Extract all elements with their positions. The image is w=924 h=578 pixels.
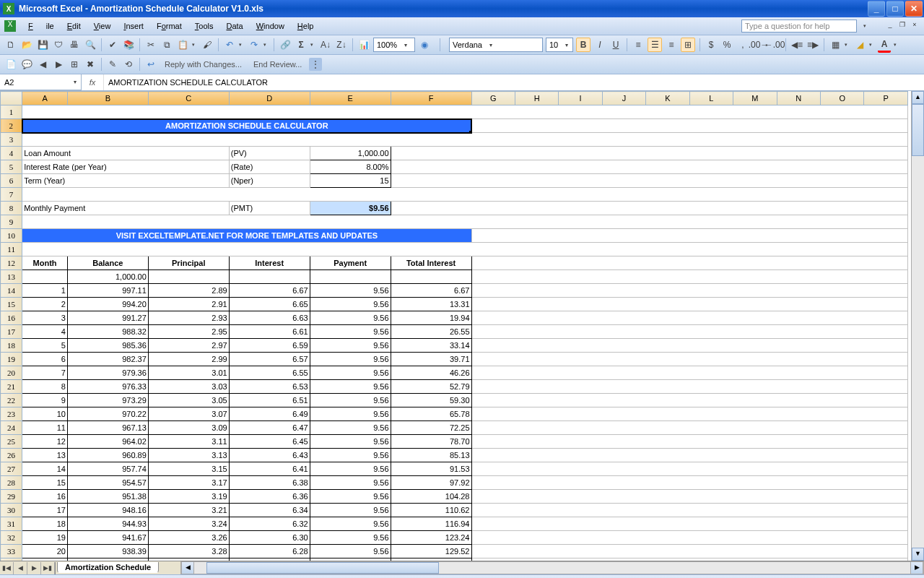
bold-icon[interactable]: B (576, 38, 590, 52)
font-color-icon[interactable]: A (878, 38, 891, 53)
fx-icon[interactable]: fx (82, 74, 104, 90)
select-all-corner[interactable] (1, 92, 22, 105)
tab-first-icon[interactable]: ▮◀ (0, 562, 14, 574)
cell[interactable]: 9.56 (310, 380, 391, 394)
reply-icon[interactable]: ↩ (144, 58, 157, 71)
cell[interactable]: 3 (22, 311, 68, 325)
cell[interactable]: 6.45 (229, 435, 310, 449)
chart-wizard-icon[interactable]: 📊 (357, 38, 370, 51)
print-icon[interactable]: 🖶 (68, 38, 81, 51)
cell[interactable]: 33.14 (391, 339, 471, 353)
delete-comment-icon[interactable]: ✖ (84, 58, 97, 71)
cell[interactable]: Loan Amount (22, 147, 230, 160)
cell[interactable]: 3.13 (148, 449, 229, 462)
col-header[interactable]: F (391, 92, 471, 105)
cell[interactable]: 104.28 (391, 490, 471, 504)
next-comment-icon[interactable]: ▶ (52, 58, 65, 71)
cell[interactable]: 2.93 (148, 311, 229, 325)
row-header[interactable]: 15 (1, 298, 22, 311)
monthly-payment-cell[interactable]: $9.56 (310, 202, 391, 215)
cell[interactable]: 9.56 (310, 462, 391, 476)
menu-data[interactable]: Data (219, 20, 249, 33)
cell[interactable]: 9.56 (310, 366, 391, 380)
row-header[interactable]: 29 (1, 490, 22, 504)
paste-icon[interactable]: 📋 (176, 38, 189, 51)
cell[interactable]: 7 (22, 366, 68, 380)
cell[interactable]: 72.25 (391, 421, 471, 435)
cell[interactable]: 938.39 (67, 545, 148, 558)
col-header[interactable]: P (864, 92, 908, 105)
name-box[interactable]: A2 (0, 74, 82, 90)
copy-icon[interactable]: ⧉ (160, 38, 173, 51)
font-name-combo[interactable]: Verdana (449, 38, 543, 52)
cell[interactable]: 3.03 (148, 380, 229, 394)
borders-icon[interactable]: ▦ (829, 38, 842, 51)
menu-insert[interactable]: Insert (117, 20, 150, 33)
cell[interactable]: 9.56 (310, 325, 391, 339)
cell[interactable]: 3.15 (148, 462, 229, 476)
cell[interactable]: 3.05 (148, 394, 229, 407)
cell[interactable]: 951.38 (67, 490, 148, 504)
cell[interactable]: 3.07 (148, 407, 229, 421)
cell[interactable]: 979.36 (67, 366, 148, 380)
cell[interactable]: 3.11 (148, 435, 229, 449)
cell[interactable]: 976.33 (67, 380, 148, 394)
cell[interactable]: 6.57 (229, 353, 310, 366)
cell[interactable]: 6.28 (229, 545, 310, 558)
cell[interactable]: 6.53 (229, 380, 310, 394)
cell[interactable]: 9.56 (310, 353, 391, 366)
zoom-combo[interactable]: 100% (373, 38, 415, 52)
format-painter-icon[interactable]: 🖌 (201, 38, 214, 51)
col-header[interactable]: B (67, 92, 148, 105)
cell[interactable]: 982.37 (67, 353, 148, 366)
scroll-thumb[interactable] (912, 104, 924, 156)
cell[interactable]: 5 (22, 339, 68, 353)
cell[interactable]: 6.63 (229, 311, 310, 325)
cell[interactable]: 6.34 (229, 504, 310, 517)
help-dropdown-icon[interactable]: ▾ (857, 21, 876, 31)
merge-center-icon[interactable]: ⊞ (681, 38, 695, 52)
row-header[interactable]: 22 (1, 394, 22, 407)
col-header[interactable]: O (821, 92, 864, 105)
percent-icon[interactable]: % (720, 38, 733, 51)
align-right-icon[interactable]: ≡ (665, 38, 678, 51)
end-review-label[interactable]: End Review... (249, 60, 306, 69)
save-icon[interactable]: 💾 (36, 38, 49, 51)
cell[interactable]: 39.71 (391, 353, 471, 366)
cell[interactable]: 6.32 (229, 517, 310, 531)
title-cell[interactable]: AMORTIZATION SCHEDULE CALCULATOR (22, 119, 471, 133)
sort-asc-icon[interactable]: A↓ (319, 38, 332, 51)
cell[interactable]: 97.92 (391, 476, 471, 490)
cell[interactable]: 948.16 (67, 504, 148, 517)
row-header[interactable]: 1 (1, 105, 22, 119)
col-header[interactable]: M (733, 92, 777, 105)
cell[interactable]: 935.09 (67, 558, 148, 561)
cell[interactable]: 9.56 (310, 311, 391, 325)
cell[interactable]: 973.29 (67, 394, 148, 407)
scroll-down-icon[interactable]: ▼ (912, 548, 924, 561)
cell[interactable]: 3.30 (148, 558, 229, 561)
cell[interactable]: 78.70 (391, 435, 471, 449)
prev-comment-icon[interactable]: ◀ (36, 58, 49, 71)
cell[interactable]: 954.57 (67, 476, 148, 490)
underline-icon[interactable]: U (609, 38, 622, 51)
cell[interactable]: 960.89 (67, 449, 148, 462)
col-header[interactable]: N (777, 92, 820, 105)
cell[interactable]: 12 (22, 435, 68, 449)
row-header[interactable]: 27 (1, 462, 22, 476)
cell[interactable]: 4 (22, 325, 68, 339)
interest-rate-cell[interactable]: 8.00% (310, 160, 391, 174)
cell[interactable]: 9.56 (310, 435, 391, 449)
cell[interactable]: 9.56 (310, 558, 391, 561)
cell[interactable]: 957.74 (67, 462, 148, 476)
cell[interactable]: 9.56 (310, 298, 391, 311)
permission-icon[interactable]: 🛡 (52, 38, 65, 51)
cell[interactable]: 65.78 (391, 407, 471, 421)
align-left-icon[interactable]: ≡ (632, 38, 645, 51)
doc-restore-button[interactable]: ❐ (897, 21, 907, 31)
cell[interactable]: 3.28 (148, 545, 229, 558)
sort-desc-icon[interactable]: Z↓ (335, 38, 348, 51)
cell[interactable]: 2.99 (148, 353, 229, 366)
scroll-up-icon[interactable]: ▲ (912, 91, 924, 104)
cell[interactable]: 15 (22, 476, 68, 490)
